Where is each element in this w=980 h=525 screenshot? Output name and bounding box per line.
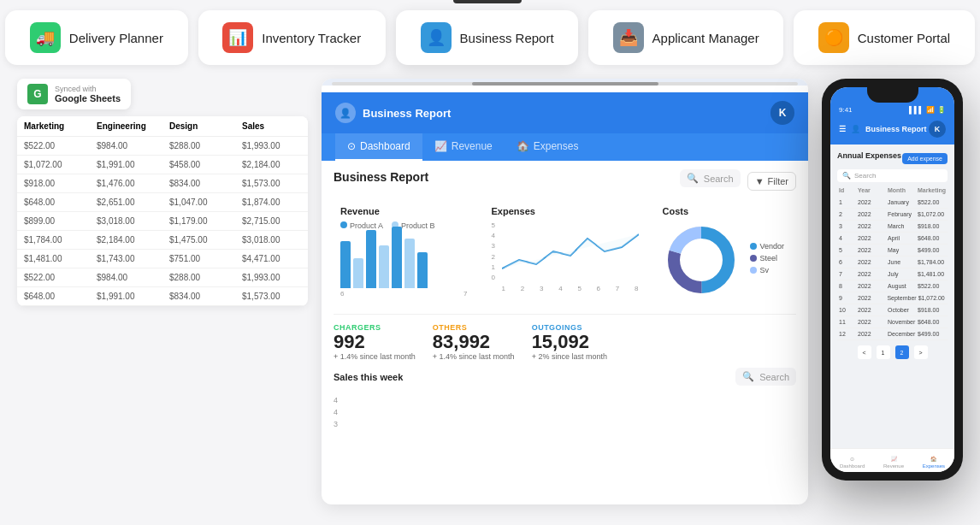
hamburger-icon[interactable]: ☰ (839, 125, 846, 133)
table-row: $648.00$2,651.00$1,047.00$1,874.00 (17, 193, 308, 212)
table-cell: $834.00 (162, 287, 235, 305)
tab-inventory[interactable]: 📊 Inventory Tracker (198, 10, 386, 65)
col-marketing: Marketing (918, 187, 946, 193)
revenue-legend: Product A Product B (340, 221, 468, 230)
search-placeholder: Search (704, 174, 734, 184)
revenue-nav-label: Revenue (883, 463, 904, 469)
stat-outgoings-change: + 2% since last month (532, 352, 607, 361)
col-engineering: Engineering (90, 116, 162, 136)
table-row: $1,072.00$1,991.00$458.00$2,184.00 (17, 156, 308, 174)
table-cell: $984.00 (90, 268, 162, 286)
mobile-panel: 9:41 ▌▌▌ 📶 🔋 ☰ 👤 Business Report K (822, 79, 963, 504)
mobile-table-row: 42022April$648.00 (837, 233, 948, 245)
x-axis-expenses: 12345678 (502, 285, 639, 292)
table-cell: $2,651.00 (90, 193, 162, 211)
revenue-chart: Revenue Product A Product B (334, 199, 475, 305)
table-cell: $2,715.00 (235, 212, 308, 230)
table-cell: $3,018.00 (235, 231, 308, 249)
next-page-btn[interactable]: > (914, 345, 928, 359)
filter-button[interactable]: ▼ Filter (747, 172, 796, 191)
report-nav-revenue[interactable]: 📈 Revenue (422, 133, 505, 161)
tab-business[interactable]: 👤 Business Report (396, 10, 579, 65)
mobile-search[interactable]: 🔍 Search (837, 169, 948, 182)
table-cell: $3,018.00 (90, 212, 162, 230)
sv-dot (750, 267, 757, 274)
report-header-left: 👤 Business Report (335, 103, 451, 123)
scroll-indicator (332, 82, 798, 86)
table-row: $522.00$984.00$288.00$1,993.00 (17, 137, 308, 156)
table-cell: $288.00 (162, 268, 235, 286)
main-content: G Synced with Google Sheets Marketing En… (0, 65, 980, 504)
battery-icon: 🔋 (937, 106, 946, 114)
stat-others-value: 83,992 (433, 332, 515, 352)
table-cell: $834.00 (162, 174, 235, 192)
report-app-icon: 👤 (335, 103, 356, 123)
table-cell: $918.00 (17, 174, 90, 192)
col-marketing: Marketing (17, 116, 90, 136)
status-icons: ▌▌▌ 📶 🔋 (909, 106, 946, 114)
search-icon: 🔍 (687, 173, 699, 184)
table-row: $522.00$984.00$288.00$1,993.00 (17, 268, 308, 287)
mobile-time: 9:41 (839, 106, 853, 114)
stat-others-change: + 1.4% since last month (433, 352, 515, 361)
prev-page-btn[interactable]: < (858, 345, 871, 359)
mobile-nav-revenue[interactable]: 📈 Revenue (883, 456, 904, 469)
mobile-add-expense-btn[interactable]: Add expense (902, 153, 948, 164)
sales-search[interactable]: 🔍 Search (735, 368, 796, 386)
report-nav-expenses[interactable]: 🏠 Expenses (505, 133, 591, 161)
mobile-app-icon: 👤 (851, 125, 860, 133)
table-cell: $751.00 (162, 250, 235, 268)
page-2-btn[interactable]: 2 (895, 345, 909, 359)
expenses-chart: Expenses 543210 12345678 (485, 199, 646, 305)
mobile-nav-expenses[interactable]: 🏠 Expenses (923, 456, 945, 469)
table-cell: $984.00 (90, 137, 162, 155)
table-cell: $1,475.00 (162, 231, 235, 249)
mobile-nav-dashboard[interactable]: ⊙ Dashboard (840, 456, 865, 469)
table-cell: $899.00 (17, 212, 90, 230)
inventory-icon: 📊 (222, 22, 253, 53)
tab-applicant[interactable]: 📥 Applicant Manager (588, 10, 782, 65)
tab-delivery[interactable]: 🚚 Delivery Planner (5, 10, 188, 65)
legend-product-b: Product B (401, 221, 435, 230)
report-panel: 👤 Business Report K ⊙ Dashboard 📈 Revenu… (322, 79, 808, 504)
legend-sv: Sv (750, 266, 785, 274)
tab-applicant-label: Applicant Manager (652, 31, 759, 45)
mobile-content: Annual Expenses Add expense 🔍 Search Id … (830, 145, 954, 371)
vendor-dot (750, 243, 757, 250)
report-nav-dashboard[interactable]: ⊙ Dashboard (335, 133, 422, 161)
report-body: Business Report 🔍 Search ▼ Filter Reve (322, 161, 808, 437)
spreadsheet-rows: $522.00$984.00$288.00$1,993.00$1,072.00$… (17, 137, 308, 306)
col-id: Id (839, 187, 856, 193)
top-nav: 🚚 Delivery Planner 📊 Inventory Tracker 👤… (0, 0, 980, 65)
table-cell: $522.00 (17, 137, 90, 155)
mobile-section-title: Annual Expenses (837, 151, 901, 160)
bar-2 (353, 258, 363, 288)
page-1-btn[interactable]: 1 (877, 345, 890, 359)
tab-portal[interactable]: 🟠 Customer Portal (794, 10, 975, 65)
mobile-table-row: 82022August$522.00 (837, 280, 948, 292)
table-row: $1,481.00$1,743.00$751.00$4,471.00 (17, 250, 308, 268)
table-row: $918.00$1,476.00$834.00$1,573.00 (17, 174, 308, 193)
mobile-table-row: 22022February$1,072.00 (837, 209, 948, 221)
report-search[interactable]: 🔍 Search (680, 169, 741, 187)
mobile-table-row: 32022March$918.00 (837, 221, 948, 233)
mobile-header-left: ☰ 👤 Business Report (839, 125, 927, 133)
table-cell: $1,481.00 (17, 250, 90, 268)
sales-title: Sales this week (334, 372, 403, 382)
table-cell: $1,573.00 (235, 287, 308, 305)
table-cell: $1,476.00 (90, 174, 162, 192)
bar-4 (379, 245, 389, 288)
report-main-title: Business Report (334, 170, 428, 184)
sales-search-placeholder: Search (759, 372, 789, 382)
col-month: Month (888, 187, 916, 193)
legend-vendor: Vendor (750, 242, 785, 251)
table-cell: $1,072.00 (17, 156, 90, 174)
revenue-nav-icon: 📈 (891, 456, 897, 462)
left-panel: G Synced with Google Sheets Marketing En… (17, 79, 308, 504)
stat-outgoings: OUTGOINGS 15,092 + 2% since last month (532, 323, 607, 361)
filter-icon: ▼ (755, 176, 765, 186)
applicant-icon: 📥 (613, 22, 644, 53)
signal-icon: ▌▌▌ (909, 106, 924, 114)
sheets-name: Google Sheets (55, 93, 121, 103)
bar-3 (366, 230, 376, 288)
